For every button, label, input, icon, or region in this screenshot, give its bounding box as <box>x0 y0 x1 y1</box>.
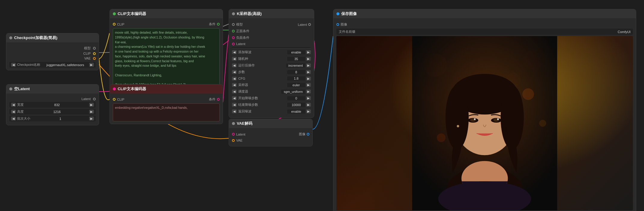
canvas: Checkpoint加载器(简易) 模型 CLIP VAE ◀ Checkpoi… <box>0 0 644 211</box>
vae-latent-port[interactable] <box>232 133 235 136</box>
ksampler-param-prev-2[interactable]: ◀ <box>232 63 237 67</box>
vae-header: VAE解码 <box>229 119 312 128</box>
conn-image-save <box>313 36 333 129</box>
vae-vae-port[interactable] <box>232 139 235 142</box>
clip-neg-out-port[interactable] <box>217 98 220 101</box>
ksampler-neg-port[interactable] <box>232 36 235 39</box>
ksampler-param-value-7: 0 <box>287 96 305 100</box>
ksampler-latent-out-label: Latent <box>298 23 307 26</box>
checkpoint-prev-btn[interactable]: ◀ <box>11 63 16 67</box>
height-label: 高度 <box>17 109 24 114</box>
vae-image-out: 图像 <box>299 132 309 136</box>
checkpoint-next-btn[interactable]: ▶ <box>89 63 94 67</box>
vae-label: VAE <box>84 57 91 60</box>
ksampler-param-next-7[interactable]: ▶ <box>306 96 311 100</box>
clip-port[interactable] <box>93 52 96 55</box>
ksampler-param-value-4: 1.8 <box>287 76 305 81</box>
width-next-btn[interactable]: ▶ <box>89 103 94 107</box>
clip-pos-io-row: CLIP 条件 <box>113 22 220 26</box>
ksampler-param-next-2[interactable]: ▶ <box>306 63 311 67</box>
height-next-btn[interactable]: ▶ <box>89 110 94 114</box>
ksampler-param-next-4[interactable]: ▶ <box>306 77 311 81</box>
ksampler-param-val-5: euler ▶ <box>287 83 311 87</box>
ksampler-param-next-8[interactable]: ▶ <box>306 103 311 107</box>
ksampler-param-prev-0[interactable]: ◀ <box>232 50 237 54</box>
ksampler-param-val-8: 10000 ▶ <box>287 103 311 107</box>
latent-body: Latent ◀ 宽度 832 ▶ ◀ 高度 1216 ▶ ◀ 批次大小 1 ▶ <box>6 93 99 125</box>
ksampler-param-prev-1[interactable]: ◀ <box>232 57 237 61</box>
ksampler-param-next-1[interactable]: ▶ <box>306 57 311 61</box>
ksampler-param-prev-7[interactable]: ◀ <box>232 96 237 100</box>
clip-pos-in: CLIP <box>113 23 124 26</box>
ksampler-param-label-4: ◀ CFG <box>232 77 245 81</box>
ksampler-param-next-0[interactable]: ▶ <box>306 50 311 54</box>
width-value: 832 <box>26 103 88 107</box>
save-filename-row: 文件名前缀 ComfyUI <box>336 29 633 35</box>
clip-neg-dot <box>113 87 116 90</box>
clip-neg-text[interactable]: embedding:negative\negativeXL_D,nsfw,bad… <box>113 103 220 121</box>
vae-port[interactable] <box>93 57 96 60</box>
clip-pos-in-port[interactable] <box>113 23 116 26</box>
batch-row: ◀ 批次大小 1 ▶ <box>9 116 96 121</box>
ksampler-model-row: 模型 Latent <box>232 22 311 27</box>
checkpoint-name-value: juggernautXL.safetensors <box>43 63 88 67</box>
ksampler-param-next-6[interactable]: ▶ <box>306 90 311 93</box>
latent-out-row: Latent <box>9 97 96 101</box>
clip-neg-in-port[interactable] <box>113 98 116 101</box>
height-prev-btn[interactable]: ◀ <box>11 110 16 114</box>
height-row: ◀ 高度 1216 ▶ <box>9 109 96 115</box>
clip-neg-io-row: CLIP 条件 <box>113 97 220 102</box>
conn-clip-pos <box>99 33 110 59</box>
ksampler-param-value-1: 35 <box>287 57 305 61</box>
save-image-in: 图像 <box>336 22 347 27</box>
save-image-label: 图像 <box>341 22 347 27</box>
vae-latent-row: Latent 图像 <box>232 131 309 137</box>
vae-node: VAE解码 Latent 图像 VAE <box>229 119 313 146</box>
batch-prev-btn[interactable]: ◀ <box>11 117 16 121</box>
vae-vae-row: VAE <box>232 138 309 143</box>
ksampler-latent-out-port[interactable] <box>308 23 311 26</box>
batch-next-btn[interactable]: ▶ <box>89 117 94 121</box>
ksampler-param-name-3: 步数 <box>238 70 245 74</box>
ksampler-param-prev-5[interactable]: ◀ <box>232 83 237 87</box>
ksampler-pos-port[interactable] <box>232 30 235 32</box>
model-port[interactable] <box>93 47 96 50</box>
ksampler-param-row-9: ◀ 返回噪波 enable ▶ <box>232 109 311 114</box>
vae-image-port[interactable] <box>307 133 309 136</box>
ksampler-param-prev-3[interactable]: ◀ <box>232 70 237 74</box>
save-header: 保存图像 <box>333 9 636 18</box>
ksampler-param-next-3[interactable]: ▶ <box>306 70 311 74</box>
checkpoint-vae-row: VAE <box>9 57 96 60</box>
ksampler-param-label-7: ◀ 开始降噪步数 <box>232 96 258 100</box>
ksampler-dot <box>232 12 235 15</box>
ksampler-pos-label: 正面条件 <box>236 29 249 33</box>
ksampler-param-next-5[interactable]: ▶ <box>306 83 311 87</box>
ksampler-param-next-9[interactable]: ▶ <box>306 109 311 113</box>
ksampler-param-prev-6[interactable]: ◀ <box>232 90 237 93</box>
ksampler-param-row-0: ◀ 添加噪波 enable ▶ <box>232 49 311 55</box>
width-row: ◀ 宽度 832 ▶ <box>9 102 96 108</box>
ksampler-latent-in-port[interactable] <box>232 43 235 45</box>
ksampler-param-value-6: sgm_uniform <box>281 90 305 94</box>
ksampler-pos-row: 正面条件 <box>232 28 311 34</box>
ksampler-param-prev-9[interactable]: ◀ <box>232 109 237 113</box>
svg-point-16 <box>474 118 476 120</box>
clip-pos-out-port[interactable] <box>217 23 220 26</box>
ksampler-param-value-8: 10000 <box>287 103 305 107</box>
save-body: 图像 文件名前缀 ComfyUI <box>333 18 636 211</box>
image-preview-inner <box>336 36 633 210</box>
ksampler-param-val-0: enable ▶ <box>287 50 311 54</box>
ksampler-param-prev-4[interactable]: ◀ <box>232 77 237 81</box>
ksampler-param-label-1: ◀ 随机种 <box>232 57 248 61</box>
clip-pos-text[interactable]: movie still, highly detailed, with fine … <box>113 28 220 89</box>
ksampler-param-name-5: 采样器 <box>238 83 248 87</box>
clip-neg-clip-label: CLIP <box>117 98 124 101</box>
ksampler-param-prev-8[interactable]: ◀ <box>232 103 237 107</box>
ksampler-model-port[interactable] <box>232 23 235 26</box>
svg-point-19 <box>522 88 534 100</box>
width-prev-btn[interactable]: ◀ <box>11 103 16 107</box>
latent-out-port[interactable] <box>93 98 96 100</box>
checkpoint-clip-row: CLIP <box>9 52 96 55</box>
latent-dot <box>9 87 12 90</box>
save-image-port[interactable] <box>336 23 339 26</box>
